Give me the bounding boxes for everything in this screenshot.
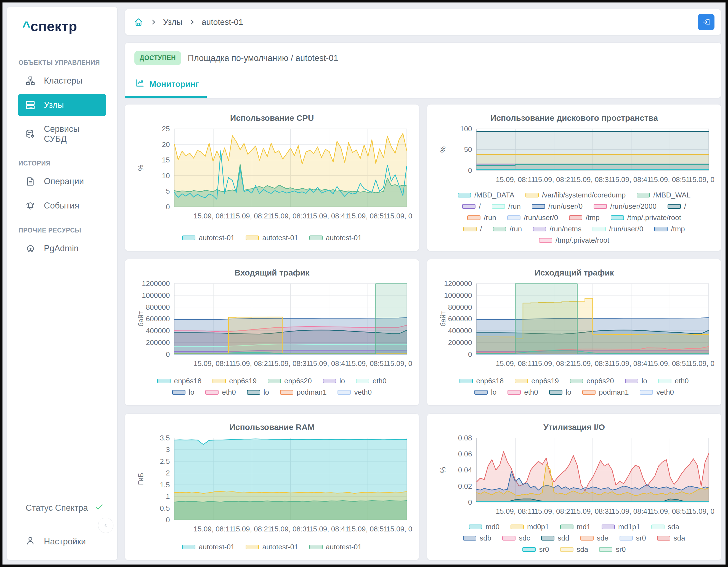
legend-item[interactable]: /run — [467, 214, 496, 222]
svg-text:15.09, 08:11: 15.09, 08:11 — [496, 175, 535, 184]
legend-item[interactable]: md1 — [560, 523, 591, 531]
tab-monitoring[interactable]: Мониторинг — [135, 78, 199, 90]
legend-label: lo — [264, 388, 269, 396]
breadcrumb-current: autotest-01 — [202, 17, 243, 27]
legend-item[interactable]: lo — [172, 388, 194, 396]
legend-swatch — [309, 236, 323, 240]
sidebar-collapse-button[interactable] — [98, 518, 113, 533]
legend-label: autotest-01 — [326, 543, 362, 551]
legend-item[interactable]: lo — [247, 388, 269, 396]
legend-item[interactable]: /var/lib/systemd/coredump — [525, 191, 626, 200]
legend-item[interactable]: autotest-01 — [246, 234, 298, 242]
legend-row: //run/run/user/0/run/user/2000/ — [434, 202, 714, 211]
svg-text:600000: 600000 — [448, 315, 472, 323]
svg-text:15.09, 08:51: 15.09, 08:51 — [650, 507, 690, 515]
legend-item[interactable]: sda — [560, 545, 588, 554]
legend-item[interactable]: /tmp — [569, 214, 600, 222]
legend-item[interactable]: podman1 — [280, 388, 326, 396]
svg-text:0.06: 0.06 — [458, 450, 472, 458]
legend-swatch — [182, 545, 195, 549]
svg-text:0: 0 — [468, 166, 472, 175]
legend-item[interactable]: eth0 — [205, 388, 236, 396]
legend-item[interactable]: veth0 — [338, 388, 372, 396]
svg-text:15.09, 08:51: 15.09, 08:51 — [650, 175, 690, 184]
legend-item[interactable]: sde — [580, 534, 609, 542]
legend-item[interactable]: lo — [625, 377, 647, 385]
legend-item[interactable]: sr0 — [522, 545, 549, 554]
legend-item[interactable]: autotest-01 — [182, 543, 235, 551]
legend-item[interactable]: /run — [493, 225, 522, 233]
svg-text:0.08: 0.08 — [458, 434, 472, 442]
legend-item[interactable]: enp6s18 — [157, 377, 201, 385]
legend-item[interactable]: sdc — [502, 534, 530, 542]
legend-item[interactable]: sr0 — [620, 534, 646, 542]
person-icon — [25, 535, 36, 546]
legend-item[interactable]: sdd — [541, 534, 569, 542]
legend-item[interactable]: /run — [492, 202, 521, 211]
svg-text:15.09, 08:31: 15.09, 08:31 — [573, 507, 613, 515]
legend-item[interactable]: sdb — [463, 534, 491, 542]
legend-item[interactable]: eth0 — [658, 377, 689, 385]
legend-item[interactable]: /MBD_DATA — [458, 191, 514, 200]
legend-item[interactable]: sda — [657, 534, 685, 542]
legend-label: lo — [339, 377, 345, 385]
home-icon[interactable] — [133, 17, 144, 27]
svg-text:15.09, 09:01: 15.09, 09:01 — [689, 175, 714, 184]
legend-item[interactable]: /tmp — [654, 225, 685, 233]
legend-swatch — [205, 390, 219, 395]
sidebar-item-events[interactable]: События — [18, 195, 106, 217]
legend-item[interactable]: /tmp/.private/root — [611, 214, 681, 222]
legend-item[interactable]: veth0 — [640, 388, 674, 396]
legend-row: enp6s18enp6s19enp6s20loeth0 — [132, 377, 412, 385]
legend-item[interactable]: enp6s19 — [515, 377, 559, 385]
legend-swatch — [309, 545, 323, 549]
legend-swatch — [594, 204, 607, 209]
legend-item[interactable]: lo — [549, 388, 571, 396]
legend-item[interactable]: /run/user/0 — [532, 202, 583, 211]
legend-item[interactable]: /tmp/.private/root — [539, 236, 609, 245]
legend-row: autotest-01autotest-01autotest-01 — [132, 543, 412, 551]
legend-label: eth0 — [373, 377, 387, 385]
legend-item[interactable]: enp6s20 — [268, 377, 312, 385]
legend-item[interactable]: lo — [323, 377, 345, 385]
svg-text:15.09, 08:21: 15.09, 08:21 — [232, 212, 272, 220]
logout-button[interactable] — [698, 14, 714, 30]
sidebar-item-clusters[interactable]: Кластеры — [18, 70, 106, 92]
legend-item[interactable]: /run/netns — [533, 225, 581, 233]
legend-item[interactable]: podman1 — [582, 388, 629, 396]
legend-item[interactable]: / — [668, 202, 686, 211]
legend-item[interactable]: enp6s18 — [459, 377, 504, 385]
legend-item[interactable]: eth0 — [508, 388, 538, 396]
legend-item[interactable]: enp6s19 — [212, 377, 257, 385]
breadcrumb-nodes[interactable]: Узлы — [163, 17, 182, 27]
legend-item[interactable]: /MBD_WAL — [637, 191, 690, 200]
sidebar-item-nodes[interactable]: Узлы — [18, 94, 106, 116]
legend-item[interactable]: md0 — [469, 523, 499, 531]
legend-item[interactable]: /run/user/2000 — [594, 202, 657, 211]
sidebar-item-operations[interactable]: Операции — [18, 171, 106, 193]
legend-item[interactable]: autotest-01 — [309, 234, 362, 242]
sidebar-item-label: PgAdmin — [44, 244, 79, 254]
legend-item[interactable]: autotest-01 — [182, 234, 235, 242]
legend-item[interactable]: md0p1 — [511, 523, 549, 531]
legend-item[interactable]: lo — [474, 388, 496, 396]
legend-item[interactable]: eth0 — [356, 377, 387, 385]
legend-item[interactable]: sda — [651, 523, 679, 531]
legend-item[interactable]: /run/user/0 — [507, 214, 558, 222]
legend-item[interactable]: autotest-01 — [309, 543, 362, 551]
svg-text:15.09, 09:01: 15.09, 09:01 — [689, 507, 714, 515]
sidebar-item-db-services[interactable]: Сервисы СУБД — [18, 118, 106, 150]
sidebar-item-pgadmin[interactable]: PgAdmin — [18, 238, 106, 260]
svg-text:1: 1 — [166, 492, 170, 500]
status-ok-check-icon — [94, 502, 104, 514]
legend-item[interactable]: sr0 — [599, 545, 626, 554]
legend-item[interactable]: / — [462, 202, 481, 211]
legend-item[interactable]: autotest-01 — [246, 543, 298, 551]
legend-label: enp6s19 — [229, 377, 257, 385]
legend-item[interactable]: /run/user/0 — [593, 225, 643, 233]
legend-item[interactable]: md1p1 — [602, 523, 640, 531]
legend-item[interactable]: enp6s20 — [570, 377, 614, 385]
legend-item[interactable]: / — [463, 225, 482, 233]
legend-swatch — [560, 547, 573, 552]
legend-swatch — [280, 390, 293, 395]
